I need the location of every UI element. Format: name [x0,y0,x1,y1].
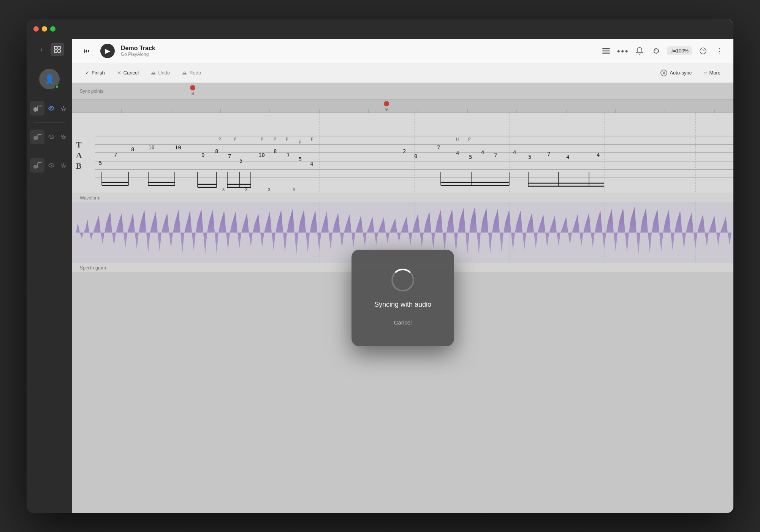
minimize-button[interactable] [42,26,47,32]
cancel-label: Cancel [124,70,139,76]
star-off-icon-2 [60,163,66,168]
notification-bell-icon [636,47,643,55]
track-group-2 [27,124,72,149]
track-group-1 [27,96,72,121]
svg-rect-22 [602,50,610,51]
autosync-label: Auto-sync [670,70,692,76]
modal-title: Syncing with audio [374,301,431,309]
track-2-extra-icon[interactable] [58,131,69,142]
svg-rect-11 [38,134,41,135]
eye-off-icon-1 [48,135,54,139]
menu-icon[interactable] [600,45,612,57]
redo-icon: ⛰ [182,70,187,76]
play-button[interactable]: ▶ [100,44,115,58]
dots-icon[interactable]: ●●● [617,45,629,57]
finish-button[interactable]: ✓ Finish [80,68,110,78]
sync-toolbar: ✓ Finish ✕ Cancel ⛰ Undo ⛰ Redo A Auto-s… [72,63,733,83]
undo-icon: ⛰ [151,70,156,76]
x-icon: ✕ [117,70,121,76]
eye-icon-blue [48,106,54,111]
autosync-button[interactable]: A Auto-sync [655,67,697,79]
check-icon: ✓ [85,70,89,76]
track-subtitle: Go PlayAlong [121,52,155,57]
svg-rect-17 [38,162,41,163]
main-content: ⏮ ▶ Demo Track Go PlayAlong ●●● [72,19,733,513]
rewind-button[interactable]: ⏮ [80,44,94,58]
bell-icon[interactable] [633,45,646,57]
redo-button[interactable]: ⛰ Redo [177,68,206,78]
clock-icon[interactable] [697,45,709,57]
star-off-icon-1 [60,135,66,139]
cancel-button[interactable]: ✕ Cancel [112,68,144,78]
hamburger-icon [602,48,610,54]
guitar-icon-2 [33,133,41,140]
modal-cancel-button[interactable]: Cancel [388,318,418,327]
svg-point-8 [51,108,52,109]
title-bar [27,19,733,39]
maximize-button[interactable] [50,26,55,32]
score-area: Sync points 8 9 [72,83,733,513]
svg-rect-1 [58,46,60,49]
track-3-visibility-icon[interactable] [46,160,57,171]
svg-rect-7 [41,105,41,107]
svg-rect-18 [41,162,41,163]
undo-button[interactable]: ⛰ Undo [146,68,175,78]
track-group-3 [27,153,72,178]
redo-label: Redo [189,70,201,76]
toolbar-icons: ●●● ♩=100% [600,45,726,57]
svg-point-15 [33,165,37,169]
svg-rect-2 [54,50,57,52]
track-1-extra-icon[interactable] [58,103,69,114]
tempo-badge[interactable]: ♩=100% [667,46,692,55]
more-label: More [709,70,720,76]
user-avatar[interactable]: 👤 [39,69,60,89]
traffic-lights [33,26,55,32]
bass-icon [33,162,41,169]
more-lines-icon: ≡ [704,70,707,76]
svg-rect-23 [602,52,610,54]
refresh-icon[interactable] [650,45,662,57]
app-window: ‹ 👤 [27,19,733,513]
undo-label: Undo [158,70,170,76]
track-info: Demo Track Go PlayAlong [121,45,155,57]
panel-toggle-button[interactable] [51,43,64,56]
playback-bar: ⏮ ▶ Demo Track Go PlayAlong ●●● [72,39,733,63]
track-3-icon[interactable] [30,158,44,173]
track-title: Demo Track [121,45,155,52]
svg-rect-5 [37,106,38,111]
track-1-visibility-icon[interactable] [46,103,57,114]
more-button[interactable]: ≡ More [698,68,726,78]
guitar-icon-1 [33,105,41,112]
more-vert-icon[interactable]: ⋮ [714,45,726,57]
track-2-visibility-icon[interactable] [46,131,57,142]
timer-icon [700,48,706,54]
tempo-label: ♩=100% [671,48,689,54]
svg-point-9 [33,136,37,140]
finish-label: Finish [92,70,105,76]
sidebar: ‹ 👤 [27,19,72,513]
svg-rect-6 [38,106,41,106]
svg-rect-16 [37,163,38,168]
close-button[interactable] [33,26,39,32]
track-1-icon[interactable] [30,101,44,116]
loading-spinner [391,269,414,291]
svg-rect-12 [41,134,41,135]
syncing-modal: Syncing with audio Cancel [352,250,454,346]
svg-point-4 [33,107,37,112]
back-button[interactable]: ‹ [35,43,48,56]
svg-rect-21 [602,48,610,49]
track-2-icon[interactable] [30,130,44,144]
star-icon [60,106,66,111]
modal-overlay: Syncing with audio Cancel [72,83,733,513]
track-3-extra-icon[interactable] [58,160,69,171]
svg-rect-10 [37,135,38,139]
svg-rect-0 [54,46,57,49]
autosync-icon: A [660,70,667,76]
svg-rect-3 [58,50,60,52]
sync-refresh-icon [653,48,660,54]
user-status-dot [55,85,59,89]
panel-icon [54,46,61,53]
eye-off-icon-2 [48,163,54,168]
